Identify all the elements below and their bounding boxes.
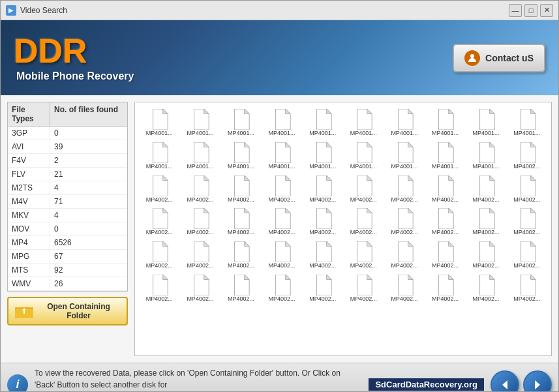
table-row[interactable]: MKV4: [8, 209, 127, 222]
file-item[interactable]: MP4001...: [467, 108, 506, 138]
file-item[interactable]: MP4002...: [344, 207, 383, 237]
close-button[interactable]: ✕: [540, 4, 553, 17]
file-item[interactable]: MP4002...: [181, 174, 220, 205]
file-item[interactable]: MP4001...: [263, 141, 301, 172]
titlebar-left: ▶ Video Search: [6, 5, 67, 16]
file-item[interactable]: MP4001...: [181, 141, 220, 172]
file-item[interactable]: MP4002...: [140, 207, 179, 237]
file-label: MP4001...: [350, 130, 377, 137]
file-item[interactable]: MP4002...: [303, 240, 342, 271]
minimize-button[interactable]: —: [509, 4, 522, 17]
file-item[interactable]: MP4002...: [426, 240, 464, 271]
file-icon: [191, 109, 209, 130]
table-row[interactable]: MPG67: [8, 250, 127, 264]
open-folder-button[interactable]: Open Containing Folder: [7, 297, 128, 325]
file-item[interactable]: MP4002...: [140, 240, 179, 271]
file-item[interactable]: MP4002...: [222, 240, 260, 271]
table-row[interactable]: MP46526: [8, 236, 127, 250]
table-row[interactable]: M2TS4: [8, 181, 127, 195]
file-types-panel: File Types No. of files found 3GP0AVI39F…: [7, 102, 128, 292]
table-row[interactable]: M4V71: [8, 195, 127, 209]
file-item[interactable]: MP4002...: [507, 207, 546, 237]
file-item[interactable]: MP4001...: [467, 141, 506, 172]
file-item[interactable]: MP4002...: [344, 174, 383, 205]
file-item[interactable]: MP4002...: [507, 240, 546, 271]
contact-button[interactable]: Contact uS: [453, 44, 545, 72]
table-row[interactable]: MOV0: [8, 222, 127, 236]
file-item[interactable]: MP4001...: [385, 108, 424, 138]
file-item[interactable]: MP4002...: [222, 174, 260, 205]
file-item[interactable]: MP4002...: [263, 240, 301, 271]
file-label: MP4002...: [473, 262, 500, 269]
file-label: MP4002...: [473, 196, 500, 204]
file-item[interactable]: MP4002...: [140, 174, 179, 205]
file-item[interactable]: MP4002...: [507, 141, 546, 172]
file-item[interactable]: MP4001...: [140, 108, 179, 138]
file-item[interactable]: MP4002...: [467, 240, 506, 271]
file-icon: [436, 208, 454, 229]
file-item[interactable]: MP4002...: [467, 207, 506, 237]
table-row[interactable]: WMV26: [8, 277, 127, 291]
file-item[interactable]: MP4002...: [140, 273, 179, 304]
file-item[interactable]: MP4001...: [303, 141, 342, 172]
table-row[interactable]: MTS92: [8, 264, 127, 277]
file-item[interactable]: MP4002...: [263, 174, 301, 205]
table-row[interactable]: F4V2: [8, 154, 127, 168]
file-icon: [395, 208, 414, 229]
file-item[interactable]: MP4002...: [222, 207, 260, 237]
file-item[interactable]: MP4002...: [263, 273, 301, 304]
file-item[interactable]: MP4001...: [385, 141, 424, 172]
header: DDR Mobile Phone Recovery Contact uS: [1, 20, 558, 95]
file-item[interactable]: MP4002...: [181, 273, 220, 304]
file-item[interactable]: MP4001...: [344, 141, 383, 172]
cell-type: MPG: [8, 250, 50, 263]
file-label: MP4002...: [513, 295, 540, 303]
file-item[interactable]: MP4002...: [385, 174, 424, 205]
file-item[interactable]: MP4002...: [344, 273, 383, 304]
file-item[interactable]: MP4001...: [426, 141, 464, 172]
file-item[interactable]: MP4002...: [385, 273, 424, 304]
back-button[interactable]: [491, 370, 519, 393]
file-item[interactable]: MP4001...: [426, 108, 464, 138]
file-item[interactable]: MP4002...: [181, 240, 220, 271]
file-item[interactable]: MP4001...: [181, 108, 220, 138]
file-item[interactable]: MP4002...: [222, 273, 260, 304]
file-grid-panel[interactable]: MP4001... MP4001... MP4001...: [134, 102, 552, 356]
file-item[interactable]: MP4002...: [507, 273, 546, 304]
table-row[interactable]: FLV21: [8, 168, 127, 181]
file-item[interactable]: MP4001...: [507, 108, 546, 138]
file-item[interactable]: MP4002...: [303, 273, 342, 304]
file-label: MP4002...: [187, 196, 213, 204]
file-item[interactable]: MP4001...: [140, 141, 179, 172]
maximize-button[interactable]: □: [524, 4, 537, 17]
file-item[interactable]: MP4002...: [426, 207, 464, 237]
file-item[interactable]: MP4002...: [507, 174, 546, 205]
file-item[interactable]: MP4002...: [426, 273, 464, 304]
file-item[interactable]: MP4001...: [303, 108, 342, 138]
file-icon: [518, 275, 536, 295]
file-item[interactable]: MP4002...: [181, 207, 220, 237]
file-item[interactable]: MP4002...: [303, 207, 342, 237]
file-item[interactable]: MP4002...: [426, 174, 464, 205]
cell-type: FLV: [8, 168, 50, 181]
file-item[interactable]: MP4002...: [385, 240, 424, 271]
file-item[interactable]: MP4002...: [467, 174, 506, 205]
file-label: MP4002...: [350, 229, 377, 236]
file-item[interactable]: MP4002...: [344, 240, 383, 271]
file-item[interactable]: MP4001...: [222, 108, 260, 138]
table-row[interactable]: 3GP0: [8, 127, 127, 140]
file-item[interactable]: MP4002...: [385, 207, 424, 237]
file-item[interactable]: MP4001...: [344, 108, 383, 138]
file-item[interactable]: MP4001...: [263, 108, 301, 138]
file-icon: [395, 142, 414, 163]
forward-button[interactable]: [523, 370, 552, 393]
table-row[interactable]: AVI39: [8, 140, 127, 154]
file-label: MP4002...: [228, 295, 254, 303]
file-item[interactable]: MP4002...: [467, 273, 506, 304]
file-label: MP4002...: [146, 295, 173, 303]
file-item[interactable]: MP4001...: [222, 141, 260, 172]
file-label: MP4001...: [146, 130, 173, 137]
col-filetype-header: File Types: [8, 102, 50, 126]
file-item[interactable]: MP4002...: [263, 207, 301, 237]
file-item[interactable]: MP4002...: [303, 174, 342, 205]
